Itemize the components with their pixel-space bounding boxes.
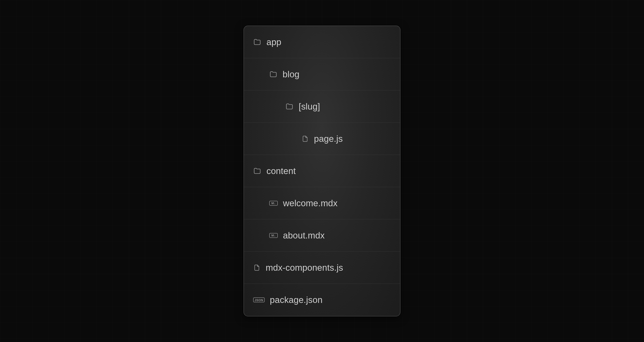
file-icon: [302, 135, 309, 142]
folder-icon: [253, 38, 261, 46]
tree-row-folder: app: [244, 26, 400, 58]
tree-row-label: about.mdx: [283, 230, 324, 240]
tree-row-label: package.json: [270, 295, 322, 305]
tree-row-file: M↓ welcome.mdx: [244, 187, 400, 219]
markdown-icon: M↓: [269, 233, 278, 238]
markdown-icon: M↓: [269, 201, 278, 206]
tree-row-file: JSON package.json: [244, 284, 400, 316]
tree-row-file: M↓ about.mdx: [244, 219, 400, 252]
tree-row-label: mdx-components.js: [266, 263, 343, 273]
tree-row-label: blog: [282, 69, 300, 79]
folder-icon: [253, 167, 261, 175]
file-icon: [253, 264, 260, 271]
tree-row-label: app: [266, 37, 281, 47]
json-icon: JSON: [253, 297, 265, 302]
tree-row-file: page.js: [244, 123, 400, 155]
tree-row-label: welcome.mdx: [283, 198, 338, 208]
tree-row-file: mdx-components.js: [244, 252, 400, 284]
tree-row-label: [slug]: [299, 102, 320, 112]
tree-row-folder: blog: [244, 58, 400, 90]
file-tree-panel: app blog [slug] page.js content M↓ welco…: [244, 26, 400, 316]
tree-row-label: page.js: [314, 134, 343, 144]
tree-row-folder: [slug]: [244, 90, 400, 123]
folder-icon: [285, 103, 294, 111]
tree-row-label: content: [266, 166, 296, 176]
folder-icon: [269, 70, 277, 78]
tree-row-folder: content: [244, 155, 400, 187]
